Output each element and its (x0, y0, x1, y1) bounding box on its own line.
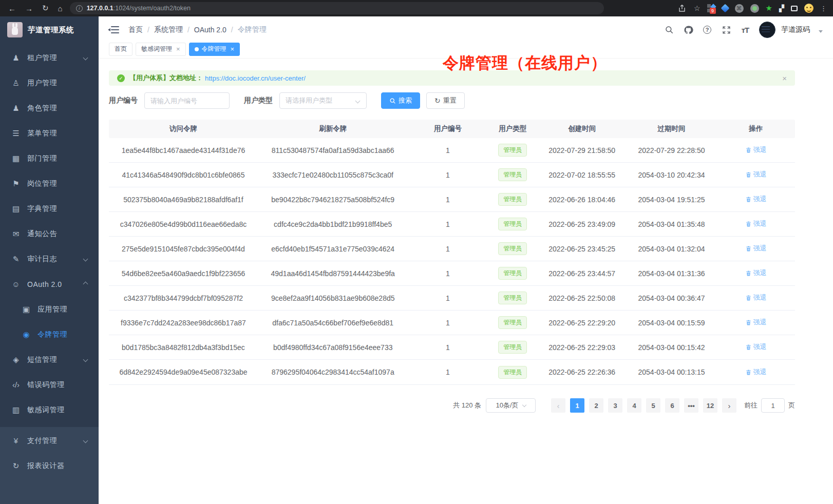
recorder-extension-icon[interactable] (750, 4, 759, 13)
sidebar-item-审计日志[interactable]: ✎审计日志 (0, 246, 99, 272)
sidebar-item-应用管理[interactable]: ▣应用管理 (0, 297, 99, 322)
force-logout-button[interactable]: 强退 (745, 244, 767, 253)
forward-icon[interactable]: → (25, 4, 33, 13)
access-token-cell: 54d6be82ee5a460a9aedc1f9bf223656 (109, 269, 258, 278)
tab-令牌管理[interactable]: 令牌管理× (189, 43, 240, 56)
page-button-3[interactable]: 3 (608, 398, 622, 413)
force-logout-button[interactable]: 强退 (745, 293, 767, 302)
page-button-12[interactable]: 12 (703, 398, 717, 413)
share-icon[interactable] (677, 3, 687, 13)
adblock-extension-icon[interactable]: ★ (766, 4, 772, 13)
action-cell: 强退 (717, 367, 795, 377)
bookmark-star-icon[interactable]: ☆ (694, 4, 701, 12)
chevron-down-icon (355, 98, 361, 103)
user-id-input[interactable] (144, 92, 230, 109)
url-bar[interactable]: i 127.0.0.1:1024/system/oauth2/token (70, 2, 604, 14)
side-panel-icon[interactable] (791, 6, 798, 11)
page-button-5[interactable]: 5 (646, 398, 660, 413)
next-page-button[interactable]: › (722, 398, 736, 413)
page-button-2[interactable]: 2 (589, 398, 603, 413)
sidebar-item-岗位管理[interactable]: ⚑岗位管理 (0, 171, 99, 196)
browser-menu-icon[interactable]: ⋮ (820, 5, 827, 12)
sensitive-word-icon: ▥ (11, 405, 21, 415)
force-logout-button[interactable]: 强退 (745, 318, 767, 327)
force-logout-button[interactable]: 强退 (745, 342, 767, 352)
extensions-puzzle-icon[interactable]: ▞ (779, 5, 784, 12)
alert-doc-link[interactable]: https://doc.iocoder.cn/user-center/ (205, 74, 306, 82)
sidebar-item-角色管理[interactable]: ♟角色管理 (0, 95, 99, 121)
goto-page-input[interactable] (761, 398, 785, 413)
sidebar-item-部门管理[interactable]: ▦部门管理 (0, 146, 99, 171)
search-form: 用户编号 用户类型 请选择用户类型 搜索 ↻ 重置 (109, 92, 795, 109)
font-size-icon[interactable]: ᴛT (740, 25, 750, 35)
user-menu-caret-icon[interactable] (819, 30, 823, 33)
force-logout-button[interactable]: 强退 (745, 367, 767, 377)
sidebar-item-OAuth 2.0[interactable]: ☺OAuth 2.0 (0, 272, 99, 297)
force-logout-button[interactable]: 强退 (745, 219, 767, 228)
gem-extension-icon[interactable] (721, 4, 729, 13)
token-manage-icon: ◉ (22, 330, 31, 339)
refresh-icon[interactable]: ↻ (42, 4, 49, 13)
page-button-1[interactable]: 1 (570, 398, 584, 413)
sidebar-item-支付管理[interactable]: ¥支付管理 (0, 428, 99, 453)
user-type-select[interactable]: 请选择用户类型 (279, 92, 367, 109)
collapse-sidebar-icon[interactable] (109, 26, 119, 34)
force-logout-button[interactable]: 强退 (745, 170, 767, 179)
sidebar-item-租户管理[interactable]: ♟租户管理 (0, 45, 99, 70)
app-logo[interactable]: 芋道管理系统 (0, 16, 99, 43)
alert-close-icon[interactable]: × (782, 74, 787, 83)
page-button-6[interactable]: 6 (665, 398, 679, 413)
extension-badge-icon[interactable]: 9 (707, 4, 715, 12)
sidebar-item-通知公告[interactable]: ✉通知公告 (0, 221, 99, 246)
page-size-select[interactable]: 10条/页 (486, 398, 536, 413)
sidebar-item-错误码管理[interactable]: ‹/›错误码管理 (0, 372, 99, 397)
tab-close-icon[interactable]: × (176, 45, 180, 53)
help-icon[interactable]: ? (702, 25, 712, 35)
access-token-cell: 502375b8040a469a9b82188afdf6af1f (109, 196, 258, 204)
sidebar-item-报表设计器[interactable]: ↻报表设计器 (0, 453, 99, 478)
table-row: 1ea5e44f8bc1467aaede43144f31de76811c5304… (109, 138, 795, 163)
force-logout-label: 强退 (753, 170, 767, 179)
breadcrumb-item[interactable]: OAuth 2.0 (194, 26, 226, 34)
sidebar-item-label: 角色管理 (27, 104, 57, 113)
tab-敏感词管理[interactable]: 敏感词管理× (136, 43, 186, 56)
prev-page-button[interactable]: ‹ (551, 398, 565, 413)
table-row: 41c41346a548490f9dc8b01c6bfe0865333ecfc7… (109, 163, 795, 187)
force-logout-button[interactable]: 强退 (745, 145, 767, 154)
sidebar-item-令牌管理[interactable]: ◉令牌管理 (0, 322, 99, 347)
user-id-cell: 1 (408, 146, 487, 154)
sidebar-item-短信管理[interactable]: ◈短信管理 (0, 347, 99, 372)
search-button[interactable]: 搜索 (381, 92, 420, 109)
expires-at-cell: 2054-03-04 00:13:15 (626, 368, 716, 376)
page-info-icon[interactable]: i (76, 5, 83, 12)
breadcrumb-item[interactable]: 首页 (128, 25, 143, 34)
fullscreen-icon[interactable] (721, 25, 731, 35)
expires-at-cell: 2054-03-04 01:31:36 (626, 269, 716, 278)
force-logout-button[interactable]: 强退 (745, 195, 767, 204)
sidebar-item-字典管理[interactable]: ▤字典管理 (0, 196, 99, 221)
page-button-4[interactable]: 4 (627, 398, 641, 413)
back-icon[interactable]: ← (8, 4, 16, 13)
github-icon[interactable] (683, 25, 693, 35)
user-type-badge: 管理员 (498, 242, 527, 255)
search-icon[interactable] (664, 25, 674, 35)
sidebar-item-用户管理[interactable]: ♙用户管理 (0, 70, 99, 95)
expires-at-cell: 2054-03-04 19:51:25 (626, 196, 716, 204)
user-type-badge: 管理员 (498, 218, 527, 230)
page-ellipsis-button[interactable]: ••• (684, 398, 698, 413)
command-extension-icon[interactable]: ⌘ (735, 4, 744, 13)
force-logout-button[interactable]: 强退 (745, 268, 767, 278)
user-avatar[interactable] (759, 22, 775, 38)
table-row: c347026e805e4d99b0d116eae66eda8ccdfc4ce9… (109, 212, 795, 237)
sidebar-item-菜单管理[interactable]: ☰菜单管理 (0, 121, 99, 146)
home-icon[interactable]: ⌂ (58, 4, 63, 13)
sidebar-item-敏感词管理[interactable]: ▥敏感词管理 (0, 397, 99, 422)
tab-首页[interactable]: 首页 (109, 43, 132, 56)
goto-page-suffix: 页 (788, 401, 795, 410)
page-buttons: 123456•••12 (570, 398, 717, 413)
tab-close-icon[interactable]: × (231, 45, 235, 53)
breadcrumb-item[interactable]: 系统管理 (154, 25, 183, 34)
username[interactable]: 芋道源码 (781, 25, 810, 34)
reset-button[interactable]: ↻ 重置 (426, 92, 465, 109)
profile-avatar-icon[interactable] (804, 4, 813, 13)
